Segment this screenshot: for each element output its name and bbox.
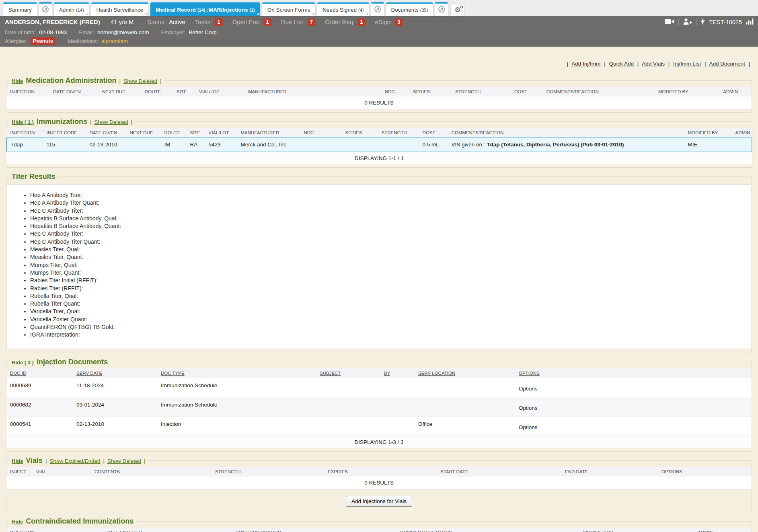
col-date-given[interactable]: DATE GIVEN <box>51 87 101 97</box>
esign-count-badge[interactable]: 3 <box>395 18 403 26</box>
col-subject[interactable]: SUBJECT <box>318 368 382 378</box>
col-by[interactable]: BY <box>382 368 417 378</box>
col-series[interactable]: SERIES <box>344 128 380 138</box>
col-date-entered[interactable]: DATE ENTERED <box>105 528 234 532</box>
col-manufacturer[interactable]: MANUFACTURER <box>239 128 302 138</box>
med-admin-hide-link[interactable]: Hide <box>12 78 23 84</box>
add-document-link[interactable]: Add Document <box>709 61 745 67</box>
col-modified-by[interactable]: MODIFIED BY <box>581 528 696 532</box>
col-vial[interactable]: VIAL <box>35 467 93 477</box>
tasks-count-badge[interactable]: 1 <box>215 18 222 26</box>
col-serv-date[interactable]: SERV DATE <box>75 368 159 378</box>
col-modified-by[interactable]: MODIFIED BY <box>686 128 734 138</box>
patient-header-row1: ANDERSON, FREDERICK (FRED) 41 y/o M Stat… <box>0 16 758 28</box>
col-admin[interactable]: ADMIN <box>734 128 752 138</box>
tab-health-surveillance[interactable]: Health Surveillance <box>91 2 148 16</box>
video-call-icon[interactable] <box>665 18 674 26</box>
tab-medical-record[interactable]: Medical Record (14):MAR/Injections (1) <box>150 2 260 16</box>
col-ndc[interactable]: NDC <box>302 128 344 138</box>
col-strength[interactable]: STRENGTH <box>214 467 326 477</box>
tab-summary-popout[interactable] <box>39 2 52 16</box>
col-end-date[interactable]: END DATE <box>563 467 660 477</box>
document-row[interactable]: 0000689 11-18-2024 Immunization Schedule… <box>6 378 752 397</box>
col-site[interactable]: SITE <box>189 128 207 138</box>
col-comments-reaction[interactable]: COMMENTS/REACTION <box>399 528 581 532</box>
col-modified-by[interactable]: MODIFIED BY <box>657 87 721 97</box>
add-vials-link[interactable]: Add Vials <box>642 61 665 67</box>
col-strength[interactable]: STRENGTH <box>380 128 421 138</box>
col-site[interactable]: SITE <box>175 87 197 97</box>
vials-show-deleted-link[interactable]: Show Deleted <box>107 458 141 464</box>
col-dose[interactable]: DOSE <box>513 87 545 97</box>
tab-needs-signed-popout[interactable] <box>371 2 384 16</box>
col-admin[interactable]: ADMIN <box>696 528 752 532</box>
document-row[interactable]: 0000682 03-01-2024 Immunization Schedule… <box>6 397 752 417</box>
col-injection[interactable]: INJECTION <box>6 528 105 532</box>
patient-system-id: TEST-10025 <box>709 19 742 25</box>
inj-imm-list-link[interactable]: Inj/Imm List <box>673 61 701 67</box>
col-options[interactable]: OPTIONS <box>517 368 752 378</box>
add-injections-for-vials-button[interactable]: Add Injections for Vials <box>346 496 412 507</box>
due-list-count-badge[interactable]: 7 <box>308 18 315 26</box>
col-inject-code[interactable]: INJECT CODE <box>45 128 88 138</box>
add-inj-imm-link[interactable]: Add Inj/Imm <box>571 61 600 67</box>
col-manufacturer[interactable]: MANUFACTURER <box>247 87 383 97</box>
cell-comments: VIS given on : Tdap (Tetanus, Diptheria,… <box>450 138 686 152</box>
cell-strength <box>380 138 421 152</box>
col-injection[interactable]: INJECTION <box>6 87 51 97</box>
col-expires[interactable]: EXPIRES <box>326 467 439 477</box>
immunizations-hide-link[interactable]: Hide ( 1 ) <box>12 119 34 125</box>
col-start-date[interactable]: START DATE <box>439 467 563 477</box>
document-row[interactable]: 0000541 02-13-2010 Injection Office Opti… <box>6 417 752 436</box>
col-ndc[interactable]: NDC <box>383 87 411 97</box>
immunizations-show-deleted-link[interactable]: Show Deleted <box>94 119 128 125</box>
col-serv-location[interactable]: SERV LOCATION <box>417 368 517 378</box>
quick-action-bolt-icon[interactable] <box>700 18 705 26</box>
order-req-count-badge[interactable]: 1 <box>357 18 365 26</box>
col-injection[interactable]: INJECTION <box>7 128 45 138</box>
col-comments-reaction[interactable]: COMMENTS/REACTION <box>545 87 657 97</box>
email-value: horner@mieweb.com <box>97 29 149 35</box>
col-next-due[interactable]: NEXT DUE <box>128 128 163 138</box>
col-contents[interactable]: CONTENTS <box>93 467 214 477</box>
tab-documents[interactable]: Documents (35) <box>386 2 433 16</box>
tab-on-screen-forms[interactable]: On Screen Forms <box>262 2 316 16</box>
tab-summary[interactable]: Summary <box>3 2 37 16</box>
col-doc-type[interactable]: DOC TYPE <box>159 368 318 378</box>
tab-needs-signed[interactable]: Needs Signed (4) <box>317 2 369 16</box>
add-person-icon[interactable] <box>683 18 692 26</box>
vials-button-row: Add Injections for Vials <box>6 489 752 509</box>
options-menu[interactable]: Options <box>517 417 752 436</box>
options-menu[interactable]: Options <box>517 397 752 417</box>
col-route[interactable]: ROUTE <box>163 128 189 138</box>
titer-results-box: Hep A Antibody Titer: Hep A Antibody Tit… <box>7 185 751 349</box>
immunization-row-tdap[interactable]: Tdap 115 02-13-2010 IM RA 5423 Merck and… <box>7 138 752 152</box>
allergy-peanuts-badge[interactable]: Peanuts <box>31 37 56 45</box>
quick-add-link[interactable]: Quick Add <box>609 61 634 67</box>
col-vial-lot[interactable]: VIAL/LOT <box>207 128 239 138</box>
medication-value[interactable]: alprazolam <box>101 38 128 44</box>
injection-documents-hide-link[interactable]: Hide ( 3 ) <box>12 359 34 366</box>
col-date-given[interactable]: DATE GIVEN <box>88 128 128 138</box>
col-series[interactable]: SERIES <box>411 87 454 97</box>
med-admin-show-deleted-link[interactable]: Show Deleted <box>123 78 157 84</box>
settings-gear-icon[interactable]: ⚙⚙ <box>451 4 464 16</box>
col-contraindication[interactable]: CONTRAINDICATION <box>234 528 399 532</box>
col-doc-id[interactable]: DOC ID <box>6 368 75 378</box>
vials-hide-link[interactable]: Hide <box>12 458 23 464</box>
med-admin-table: INJECTION DATE GIVEN NEXT DUE ROUTE SITE… <box>6 87 752 109</box>
tab-admin[interactable]: Admin (14) <box>54 2 89 16</box>
open-enc-count-badge[interactable]: 1 <box>263 18 271 26</box>
options-menu[interactable]: Options <box>517 378 752 397</box>
vials-show-expired-link[interactable]: Show Expired/Ended <box>49 458 100 464</box>
col-dose[interactable]: DOSE <box>421 128 450 138</box>
col-strength[interactable]: STRENGTH <box>454 87 513 97</box>
col-admin[interactable]: ADMIN <box>721 87 752 97</box>
col-vial-lot[interactable]: VIAL/LOT <box>197 87 247 97</box>
contraindicated-hide-link[interactable]: Hide <box>12 519 23 525</box>
tab-documents-popout[interactable] <box>435 2 448 16</box>
chart-stats-icon[interactable] <box>746 18 754 26</box>
col-next-due[interactable]: NEXT DUE <box>101 87 143 97</box>
col-comments-reaction[interactable]: COMMENTS/REACTION <box>450 128 686 138</box>
col-route[interactable]: ROUTE <box>143 87 175 97</box>
